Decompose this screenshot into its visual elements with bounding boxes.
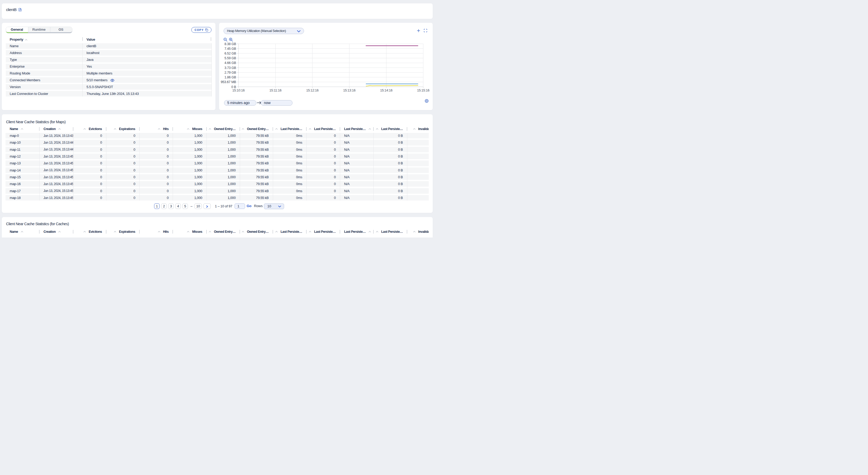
svg-text:5.59 GB: 5.59 GB	[225, 56, 236, 60]
svg-text:15:15:16: 15:15:16	[417, 89, 429, 92]
svg-text:6.52 GB: 6.52 GB	[225, 52, 236, 55]
svg-text:15:12:16: 15:12:16	[306, 89, 318, 92]
svg-text:953.67 MB: 953.67 MB	[221, 80, 236, 84]
svg-text:4.66 GB: 4.66 GB	[225, 61, 236, 65]
svg-text:15:11:16: 15:11:16	[270, 89, 281, 92]
svg-text:15:10:16: 15:10:16	[232, 89, 245, 92]
svg-text:0 B: 0 B	[231, 85, 236, 89]
svg-text:15:13:16: 15:13:16	[343, 89, 355, 92]
svg-text:15:14:16: 15:14:16	[380, 89, 392, 92]
svg-text:3.73 GB: 3.73 GB	[225, 66, 236, 70]
svg-text:2.79 GB: 2.79 GB	[225, 71, 236, 75]
svg-text:7.45 GB: 7.45 GB	[225, 47, 236, 51]
svg-text:1.86 GB: 1.86 GB	[225, 76, 236, 79]
svg-text:8.38 GB: 8.38 GB	[225, 42, 236, 46]
